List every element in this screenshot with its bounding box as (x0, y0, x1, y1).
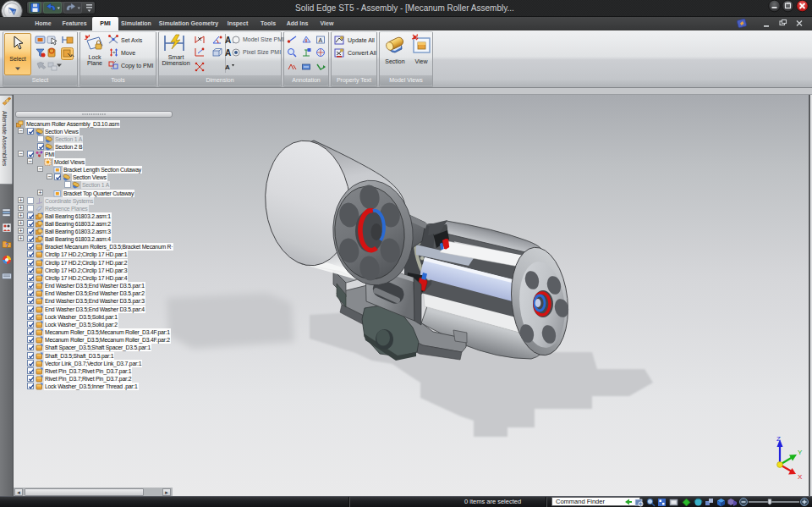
svg-text:A: A (225, 63, 230, 71)
svg-text:A: A (225, 48, 231, 58)
svg-text:X: X (798, 473, 803, 481)
svg-text:A: A (319, 37, 323, 43)
svg-text:Z: Z (776, 435, 781, 443)
svg-text:Y: Y (798, 449, 803, 456)
svg-text:A: A (225, 36, 231, 45)
